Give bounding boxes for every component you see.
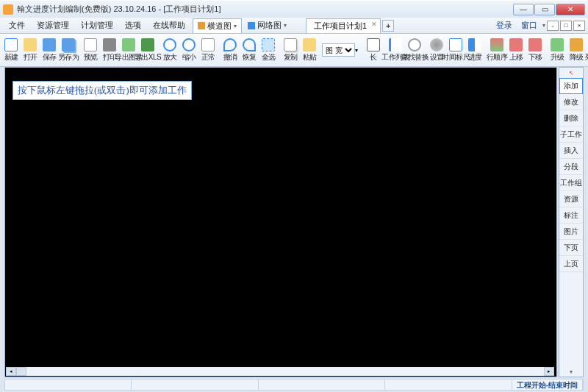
- rp-add[interactable]: 添加: [559, 78, 583, 94]
- zoomin-button[interactable]: 放大: [160, 37, 179, 64]
- close-button[interactable]: ✕: [556, 4, 585, 15]
- new-tab-button[interactable]: +: [382, 20, 394, 32]
- rp-image[interactable]: 图片: [559, 224, 583, 240]
- document-tab-label: 工作项目计划1: [314, 21, 367, 30]
- rp-insert[interactable]: 插入: [559, 143, 583, 159]
- network-icon: [248, 22, 255, 29]
- progress-button[interactable]: 进度: [465, 37, 484, 64]
- zoom-normal-button[interactable]: 正常: [198, 37, 218, 64]
- paste-button[interactable]: 粘贴: [300, 37, 319, 64]
- window-menu[interactable]: 窗口: [517, 18, 541, 32]
- export-xls-button[interactable]: 导出XLS: [138, 37, 157, 64]
- mdi-restore-button[interactable]: □: [560, 21, 572, 31]
- gantt-icon: [198, 22, 205, 29]
- rp-resource[interactable]: 资源: [559, 191, 583, 207]
- canvas-hint: 按下鼠标左键拖拉(或双击)即可添加工作: [12, 81, 192, 100]
- find-replace-button[interactable]: 查找替换: [405, 37, 424, 64]
- status-segment: [132, 379, 258, 390]
- saveas-button[interactable]: 另存为: [59, 37, 78, 64]
- menu-file[interactable]: 文件: [3, 18, 31, 32]
- width-select[interactable]: 图 宽: [322, 43, 355, 57]
- view-tab-network[interactable]: 网络图 ▾: [243, 18, 291, 32]
- redo-button[interactable]: 恢复: [240, 37, 259, 64]
- save-button[interactable]: 保存: [40, 37, 59, 64]
- rp-annotate[interactable]: 标注: [559, 207, 583, 224]
- scroll-right-button[interactable]: ▸: [544, 367, 554, 376]
- rp-subwork[interactable]: 子工作: [559, 126, 583, 143]
- right-toolbar: ↖ 添加 修改 删除 子工作 插入 分段 工作组 资源 标注 图片 下页 上页 …: [559, 67, 584, 377]
- undo-button[interactable]: 撤消: [220, 37, 240, 64]
- cursor-tool-icon[interactable]: ↖: [559, 68, 583, 78]
- dropdown-icon: ▾: [284, 22, 287, 29]
- rp-split[interactable]: 分段: [559, 159, 583, 175]
- main-toolbar: 新建 打开 保存 另存为 预览 打印 导出图片 导出XLS 放大 缩小 正常 撤…: [0, 34, 588, 67]
- maximize-button[interactable]: ▭: [534, 4, 555, 15]
- minimize-button[interactable]: —: [513, 4, 534, 15]
- scroll-track[interactable]: [26, 367, 544, 376]
- status-segment: [5, 379, 132, 390]
- horizontal-scrollbar[interactable]: ◂ ▸: [6, 367, 554, 376]
- status-segment: [259, 379, 385, 390]
- menu-help[interactable]: 在线帮助: [147, 18, 191, 32]
- dropdown-icon: ▾: [355, 47, 358, 54]
- rp-workgroup[interactable]: 工作组: [559, 175, 583, 191]
- title-text: 翰文进度计划编制(免费版) 23.10.24.16 - [工作项目计划1]: [17, 4, 221, 15]
- width-selector[interactable]: 图 宽 ▾: [319, 43, 361, 57]
- rp-prevpage[interactable]: 上页: [559, 256, 583, 272]
- long-button[interactable]: 长: [364, 37, 383, 64]
- scroll-down-icon[interactable]: ▾: [559, 366, 583, 377]
- scroll-left-button[interactable]: ◂: [6, 367, 16, 376]
- row-order-button[interactable]: 行顺序: [487, 37, 506, 64]
- view-tab-network-label: 网络图: [257, 20, 282, 31]
- mdi-minimize-button[interactable]: -: [547, 21, 559, 31]
- demote-button[interactable]: 降级: [567, 37, 586, 64]
- close-tab-icon[interactable]: ✕: [371, 21, 377, 28]
- rp-delete[interactable]: 删除: [559, 110, 583, 126]
- open-button[interactable]: 打开: [21, 37, 40, 64]
- scroll-thumb[interactable]: [16, 367, 26, 376]
- new-button[interactable]: 新建: [1, 37, 21, 64]
- dropdown-icon: ▾: [542, 22, 545, 29]
- view-tab-gantt[interactable]: 横道图 ▾: [193, 18, 242, 33]
- status-project-time: 工程开始-结束时间: [512, 379, 583, 390]
- timeruler-button[interactable]: 时间标尺: [446, 37, 465, 64]
- canvas-area[interactable]: 按下鼠标左键拖拉(或双击)即可添加工作: [4, 67, 557, 377]
- mdi-close-button[interactable]: ×: [573, 21, 585, 31]
- rp-edit[interactable]: 修改: [559, 94, 583, 110]
- selectall-button[interactable]: 全选: [259, 37, 278, 64]
- status-segment: [385, 379, 512, 390]
- menu-options[interactable]: 选项: [119, 18, 147, 32]
- rp-nextpage[interactable]: 下页: [559, 240, 583, 256]
- view-tab-gantt-label: 横道图: [207, 21, 232, 32]
- dropdown-icon: ▾: [234, 23, 237, 29]
- document-tab[interactable]: 工作项目计划1 ✕: [306, 18, 381, 33]
- menu-plan[interactable]: 计划管理: [75, 18, 119, 32]
- preview-button[interactable]: 预览: [81, 37, 100, 64]
- status-bar: 工程开始-结束时间: [4, 379, 584, 391]
- zoomout-button[interactable]: 缩小: [179, 37, 198, 64]
- app-icon: [3, 4, 13, 15]
- promote-button[interactable]: 升级: [548, 37, 567, 64]
- login-link[interactable]: 登录: [492, 18, 516, 32]
- move-up-button[interactable]: 上移: [506, 37, 526, 64]
- menu-resource[interactable]: 资源管理: [31, 18, 75, 32]
- copy-button[interactable]: 复制: [281, 37, 300, 64]
- move-down-button[interactable]: 下移: [526, 37, 545, 64]
